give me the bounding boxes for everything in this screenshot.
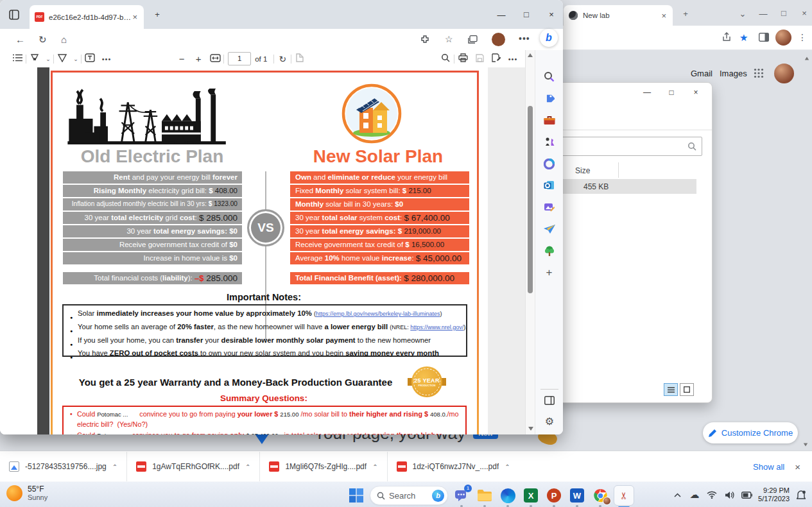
back-icon[interactable]: ← <box>15 35 25 44</box>
chrome-menu-icon[interactable]: ⋮ <box>798 32 807 42</box>
save-icon[interactable] <box>471 54 488 64</box>
file-row-selected[interactable]: 455 KB <box>544 179 696 194</box>
sidebar-shopping-icon[interactable] <box>542 91 557 105</box>
onedrive-icon[interactable]: ☁ <box>689 489 700 501</box>
chip-menu-icon[interactable]: ⌃ <box>245 463 250 470</box>
volume-icon[interactable] <box>723 489 735 501</box>
taskbar-search[interactable]: Search b <box>370 486 448 505</box>
edge-profile-avatar[interactable] <box>492 33 505 46</box>
download-chip[interactable]: 1Mgli6Q7fs-ZgHlg....pdf⌃ <box>260 451 386 482</box>
scrollbar-thumb[interactable] <box>528 106 533 293</box>
dialog-close-button[interactable]: × <box>684 83 708 102</box>
sidebar-outlook-icon[interactable] <box>542 178 557 193</box>
download-chip[interactable]: -51278435319756....jpg⌃ <box>0 451 126 482</box>
page-number-input[interactable]: 1 <box>228 52 251 65</box>
grid-view-button[interactable] <box>680 383 694 396</box>
scroll-down-icon[interactable] <box>528 427 533 431</box>
save-as-icon[interactable] <box>488 53 505 64</box>
gmail-link[interactable]: Gmail <box>691 69 713 78</box>
new-tab-button[interactable]: + <box>677 9 694 19</box>
start-button[interactable] <box>347 486 366 505</box>
list-view-button[interactable] <box>664 383 678 396</box>
chrome-close-button[interactable]: × <box>796 8 812 18</box>
edge-tab[interactable]: e26c16e2-fd1b-4d97-bd91-4661 × <box>30 5 144 29</box>
profile-avatar[interactable] <box>775 30 791 46</box>
clock-widget[interactable]: 9:29 PM 5/17/2023 <box>758 486 790 503</box>
chrome-minimize-button[interactable]: — <box>755 9 772 19</box>
chrome-maximize-button[interactable]: □ <box>775 8 792 18</box>
workspaces-icon[interactable] <box>9 10 19 20</box>
notification-bell-icon[interactable] <box>795 489 807 501</box>
bing-chat-icon[interactable]: b <box>540 29 558 47</box>
google-apps-icon[interactable] <box>754 68 764 78</box>
page-scroll-up-icon[interactable] <box>805 57 809 60</box>
google-account-avatar[interactable] <box>774 64 794 83</box>
images-link[interactable]: Images <box>720 69 747 78</box>
battery-icon[interactable] <box>741 489 752 501</box>
wifi-icon[interactable] <box>706 489 718 501</box>
pdf-scrollbar[interactable] <box>525 50 535 434</box>
customize-chrome-button[interactable]: Customize Chrome <box>703 422 798 443</box>
zoom-out-icon[interactable]: − <box>173 53 190 64</box>
tab-close-icon[interactable]: × <box>660 11 668 21</box>
powerpoint-icon[interactable]: P <box>544 486 564 505</box>
highlighter-dropdown-icon[interactable]: ⌄ <box>43 56 53 62</box>
page-view-icon[interactable] <box>291 53 308 64</box>
collections-icon[interactable] <box>468 35 478 44</box>
new-tab-button[interactable]: + <box>149 10 166 19</box>
fit-to-width-icon[interactable] <box>207 54 223 64</box>
edge-menu-icon[interactable]: ••• <box>519 34 530 43</box>
sidebar-drop-icon[interactable] <box>542 222 557 236</box>
share-icon[interactable] <box>721 32 732 42</box>
sidebar-search-icon[interactable] <box>542 69 557 83</box>
home-icon[interactable]: ⌂ <box>61 35 67 44</box>
zoom-in-icon[interactable]: + <box>190 53 207 64</box>
file-explorer-icon[interactable] <box>475 486 494 505</box>
page-scroll-down-icon[interactable] <box>804 443 808 447</box>
sidebar-essentials-icon[interactable] <box>542 244 557 258</box>
tab-close-icon[interactable]: × <box>131 12 139 22</box>
bookmark-star-icon[interactable]: ★ <box>739 32 748 44</box>
draw-dropdown-icon[interactable]: ⌄ <box>71 56 81 62</box>
highlighter-icon[interactable] <box>26 53 43 64</box>
pdf-more-icon[interactable]: ••• <box>505 55 521 63</box>
tray-expand-icon[interactable] <box>671 489 683 501</box>
size-column-header[interactable]: Size <box>575 166 590 175</box>
weather-widget[interactable]: 55°F Sunny <box>6 485 48 501</box>
print-icon[interactable] <box>454 53 471 64</box>
toolbar-more-icon[interactable]: ••• <box>98 55 115 63</box>
word-icon[interactable]: W <box>567 486 587 505</box>
side-panel-icon[interactable] <box>759 33 769 42</box>
sidebar-games-icon[interactable] <box>542 135 557 149</box>
extensions-icon[interactable] <box>420 35 429 44</box>
download-chip[interactable]: 1dz-iQT6nwzJ7Nv_....pdf⌃ <box>388 451 519 482</box>
chrome-app-icon[interactable] <box>591 486 610 505</box>
favorites-icon[interactable]: ☆ <box>445 35 453 44</box>
sidebar-designer-icon[interactable] <box>542 200 557 214</box>
sidebar-office-icon[interactable] <box>542 157 557 171</box>
sidebar-panel-icon[interactable] <box>542 393 557 408</box>
edge-minimize-button[interactable]: — <box>493 10 510 20</box>
sidebar-tools-icon[interactable] <box>542 113 557 127</box>
draw-icon[interactable] <box>54 54 71 64</box>
excel-icon[interactable]: X <box>521 486 540 505</box>
chrome-tab[interactable]: New lab × <box>564 5 673 26</box>
dialog-minimize-button[interactable]: — <box>635 83 659 102</box>
edge-app-icon[interactable] <box>498 486 517 505</box>
download-chip[interactable]: 1gAwTqERhGOfRK....pdf⌃ <box>127 451 259 482</box>
edge-maximize-button[interactable]: □ <box>518 10 535 19</box>
downloads-close-icon[interactable]: × <box>791 461 812 472</box>
sidebar-add-icon[interactable]: + <box>542 266 557 280</box>
scroll-up-icon[interactable] <box>528 53 533 57</box>
rotate-icon[interactable]: ↻ <box>274 54 291 64</box>
sidebar-settings-icon[interactable]: ⚙ <box>542 414 557 428</box>
taskbar-chat-icon[interactable]: 1 <box>452 486 471 505</box>
add-text-icon[interactable] <box>82 53 98 64</box>
chip-menu-icon[interactable]: ⌃ <box>112 463 117 470</box>
refresh-icon[interactable]: ↻ <box>39 35 47 44</box>
table-of-contents-icon[interactable] <box>9 54 26 64</box>
dialog-search-input[interactable] <box>549 137 702 156</box>
chip-menu-icon[interactable]: ⌃ <box>505 463 510 470</box>
find-icon[interactable] <box>437 53 454 64</box>
dialog-maximize-button[interactable]: □ <box>659 83 684 102</box>
